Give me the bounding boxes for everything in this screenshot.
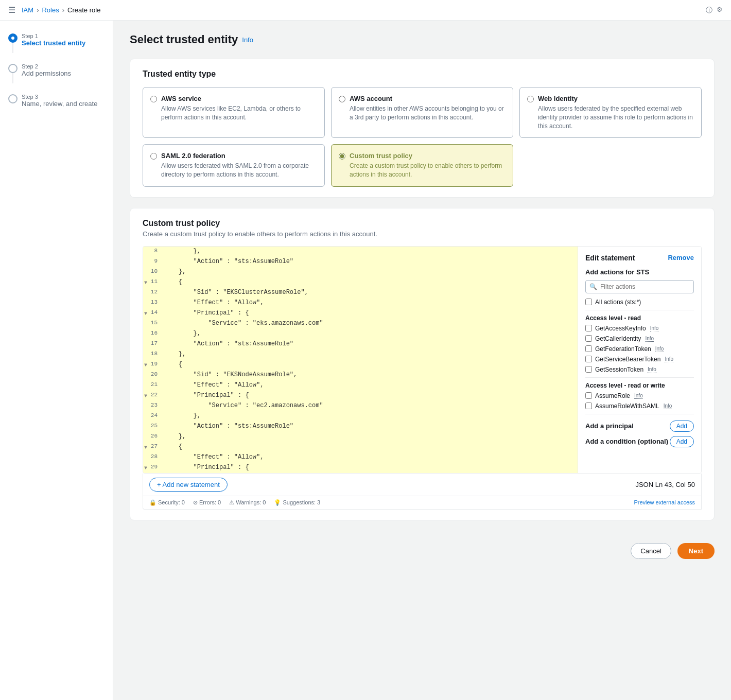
trusted-entity-card: Trusted entity type AWS service Allow AW… <box>130 59 715 198</box>
code-line-26: 26 }, <box>143 432 578 442</box>
entity-aws-service[interactable]: AWS service Allow AWS services like EC2,… <box>143 87 325 138</box>
footer-json-info: JSON Ln 43, Col 50 <box>635 481 695 488</box>
assume-role-info[interactable]: Info <box>634 393 643 399</box>
code-line-11: ▼11 { <box>143 277 578 288</box>
all-actions-row[interactable]: All actions (sts:*) <box>585 299 694 306</box>
add-condition-button[interactable]: Add <box>670 436 694 447</box>
entity-saml-desc: Allow users federated with SAML 2.0 from… <box>161 162 317 179</box>
edit-panel: Edit statement Remove Add actions for ST… <box>578 247 701 473</box>
assume-role-saml-label: AssumeRoleWithSAML <box>595 402 659 410</box>
line-number: 9 <box>143 257 162 267</box>
action-assume-role-saml[interactable]: AssumeRoleWithSAML Info <box>585 402 694 410</box>
entity-aws-service-desc: Allow AWS services like EC2, Lambda, or … <box>161 104 317 122</box>
get-caller-identity-info[interactable]: Info <box>645 336 654 342</box>
entity-web-identity[interactable]: Web identity Allows users federated by t… <box>519 87 702 138</box>
assume-role-saml-info[interactable]: Info <box>664 403 672 409</box>
line-number: 26 <box>143 432 162 442</box>
entity-aws-account-radio[interactable] <box>339 96 345 102</box>
step-1: Step 1 Select trusted entity <box>8 33 105 55</box>
entity-saml-title: SAML 2.0 federation <box>161 152 317 160</box>
line-content: "Sid" : "EKSNodeAssumeRole", <box>162 370 299 380</box>
action-get-caller-identity[interactable]: GetCallerIdentity Info <box>585 335 694 342</box>
line-content: }, <box>162 247 203 257</box>
get-federation-token-info[interactable]: Info <box>655 346 664 352</box>
nav-sep-1: › <box>37 6 39 14</box>
entity-saml[interactable]: SAML 2.0 federation Allow users federate… <box>143 144 325 187</box>
edit-panel-title: Edit statement Remove <box>585 254 694 262</box>
settings-icon[interactable]: ⚙ <box>717 6 723 15</box>
action-get-federation-token[interactable]: GetFederationToken Info <box>585 345 694 353</box>
nav-iam[interactable]: IAM <box>22 6 33 14</box>
code-line-28: 28 "Effect" : "Allow", <box>143 452 578 463</box>
line-number: 24 <box>143 411 162 422</box>
get-access-key-info[interactable]: Info <box>650 325 659 331</box>
action-get-service-bearer-token[interactable]: GetServiceBearerToken Info <box>585 356 694 363</box>
preview-external-link[interactable]: Preview external access <box>634 499 695 505</box>
suggestions-status: 💡 Suggestions: 3 <box>274 499 320 506</box>
action-get-access-key[interactable]: GetAccessKeyInfo Info <box>585 325 694 332</box>
info-icon[interactable]: ⓘ <box>706 6 712 15</box>
entity-grid: AWS service Allow AWS services like EC2,… <box>143 87 702 187</box>
line-number: 15 <box>143 319 162 329</box>
line-number: ▼19 <box>143 360 162 370</box>
sidebar: Step 1 Select trusted entity Step 2 Add … <box>0 21 113 700</box>
action-get-session-token[interactable]: GetSessionToken Info <box>585 366 694 373</box>
code-line-21: 21 "Effect" : "Allow", <box>143 380 578 391</box>
nav-roles[interactable]: Roles <box>42 6 59 14</box>
get-federation-token-checkbox[interactable] <box>585 345 592 352</box>
code-line-25: 25 "Action" : "sts:AssumeRole" <box>143 422 578 432</box>
step-connector-1 <box>12 43 13 53</box>
code-line-29: ▼29 "Principal" : { <box>143 463 578 473</box>
line-content: }, <box>162 329 203 339</box>
editor-container: 8 },9 "Action" : "sts:AssumeRole"10 },▼1… <box>143 246 702 474</box>
line-content: "Effect" : "Allow", <box>162 298 266 308</box>
step-2-name: Add permissions <box>22 69 71 77</box>
code-line-14: ▼14 "Principal" : { <box>143 308 578 319</box>
line-number: ▼14 <box>143 308 162 319</box>
filter-actions-input[interactable] <box>585 280 694 293</box>
get-session-token-checkbox[interactable] <box>585 366 592 373</box>
nav-sep-2: › <box>62 6 64 14</box>
line-number: ▼29 <box>143 463 162 473</box>
add-principal-button[interactable]: Add <box>670 421 694 432</box>
entity-custom-trust[interactable]: Custom trust policy Create a custom trus… <box>331 144 513 187</box>
page-info-link[interactable]: Info <box>242 36 253 44</box>
step-3-circle <box>8 94 18 103</box>
entity-aws-service-title: AWS service <box>161 95 317 102</box>
get-access-key-checkbox[interactable] <box>585 325 592 331</box>
custom-policy-title: Custom trust policy <box>143 219 702 228</box>
line-number: 8 <box>143 247 162 257</box>
code-editor[interactable]: 8 },9 "Action" : "sts:AssumeRole"10 },▼1… <box>143 247 578 473</box>
step-2: Step 2 Add permissions <box>8 63 105 85</box>
entity-aws-service-radio[interactable] <box>150 96 157 102</box>
line-content: "Effect" : "Allow", <box>162 380 266 391</box>
line-content: { <box>162 442 184 452</box>
code-line-15: 15 "Service" : "eks.amazonaws.com" <box>143 319 578 329</box>
action-assume-role[interactable]: AssumeRole Info <box>585 392 694 399</box>
filter-input-wrap: 🔍 <box>585 280 694 293</box>
get-session-token-info[interactable]: Info <box>648 366 656 373</box>
security-status: 🔒 Security: 0 <box>149 499 185 506</box>
step-connector-2 <box>12 73 13 83</box>
code-line-10: 10 }, <box>143 267 578 277</box>
cancel-button[interactable]: Cancel <box>631 543 671 559</box>
entity-aws-account[interactable]: AWS account Allow entities in other AWS … <box>331 87 513 138</box>
remove-link[interactable]: Remove <box>668 254 694 261</box>
get-caller-identity-checkbox[interactable] <box>585 335 592 342</box>
get-service-bearer-token-checkbox[interactable] <box>585 356 592 362</box>
menu-icon[interactable]: ☰ <box>8 5 15 15</box>
assume-role-checkbox[interactable] <box>585 392 592 399</box>
add-statement-button[interactable]: + Add new statement <box>149 478 228 492</box>
get-session-token-label: GetSessionToken <box>595 366 643 373</box>
entity-web-identity-radio[interactable] <box>527 96 534 102</box>
line-number: 12 <box>143 288 162 298</box>
search-icon: 🔍 <box>589 283 597 290</box>
suggestions-value: Suggestions: 3 <box>283 499 320 505</box>
next-button[interactable]: Next <box>677 543 715 559</box>
get-service-bearer-token-info[interactable]: Info <box>665 356 673 362</box>
entity-aws-account-title: AWS account <box>350 95 506 102</box>
all-actions-checkbox[interactable] <box>585 299 592 305</box>
entity-saml-radio[interactable] <box>150 153 157 160</box>
assume-role-saml-checkbox[interactable] <box>585 402 592 409</box>
entity-custom-trust-radio[interactable] <box>339 153 345 160</box>
